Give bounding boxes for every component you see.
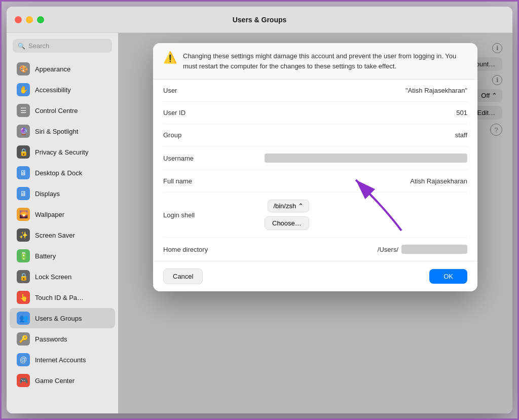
fullname-row: Full name (163, 170, 467, 193)
sidebar-label-appearance: Appearance (35, 65, 70, 73)
dialog-scroll[interactable]: ⚠️ Changing these settings might damage … (153, 43, 477, 261)
sidebar-icon-wallpaper: 🌄 (17, 208, 30, 221)
home-dir-label: Home directory (163, 246, 265, 253)
sidebar-item-control-centre[interactable]: ☰Control Centre (10, 100, 115, 121)
sidebar-label-passwords: Passwords (35, 335, 67, 343)
sidebar-item-touch-id[interactable]: 👆Touch ID & Pa… (10, 287, 115, 308)
main-window: Users & Groups 🔍 Search 🎨Appearance✋Acce… (7, 7, 512, 413)
username-value (265, 154, 467, 163)
sidebar-icon-passwords: 🔑 (17, 332, 30, 346)
minimize-button[interactable] (26, 16, 33, 23)
maximize-button[interactable] (37, 16, 44, 23)
sidebar-item-users-groups[interactable]: 👥Users & Groups (10, 308, 115, 328)
login-shell-row: Login shell /bin/zsh ⌃ Choose… (163, 193, 467, 238)
window-controls (15, 16, 44, 23)
sidebar-item-appearance[interactable]: 🎨Appearance (10, 59, 115, 79)
search-bar[interactable]: 🔍 Search (13, 39, 112, 53)
dialog: ⚠️ Changing these settings might damage … (153, 43, 477, 291)
dialog-overlay: ⚠️ Changing these settings might damage … (118, 33, 512, 413)
shell-selector[interactable]: /bin/zsh ⌃ (268, 200, 309, 212)
group-value: staff (265, 131, 467, 139)
user-row: User "Atish Rajasekharan" (163, 80, 467, 102)
login-shell-label: Login shell (163, 211, 265, 219)
sidebar-item-privacy-security[interactable]: 🔒Privacy & Security (10, 142, 115, 162)
sidebar-item-siri-spotlight[interactable]: 🔮Siri & Spotlight (10, 121, 115, 141)
title-bar: Users & Groups (7, 7, 512, 33)
sidebar-item-battery[interactable]: 🔋Battery (10, 246, 115, 266)
sidebar-label-privacy-security: Privacy & Security (35, 148, 88, 156)
content-area: 🔍 Search 🎨Appearance✋Accessibility☰Contr… (7, 33, 512, 413)
sidebar-item-lock-screen[interactable]: 🔒Lock Screen (10, 266, 115, 287)
dialog-footer: Cancel OK (153, 261, 477, 291)
home-dir-row: Home directory /Users/ (163, 238, 467, 261)
sidebar-label-desktop-dock: Desktop & Dock (35, 169, 82, 177)
sidebar-item-screen-saver[interactable]: ✨Screen Saver (10, 225, 115, 245)
sidebar-label-accessibility: Accessibility (35, 86, 71, 94)
sidebar-label-wallpaper: Wallpaper (35, 211, 64, 218)
form-section: User "Atish Rajasekharan" User ID 501 Gr… (153, 80, 477, 261)
sidebar-label-displays: Displays (35, 190, 60, 198)
sidebar-icon-users-groups: 👥 (17, 312, 30, 325)
sidebar-label-lock-screen: Lock Screen (35, 273, 71, 281)
sidebar: 🔍 Search 🎨Appearance✋Accessibility☰Contr… (7, 33, 118, 413)
sidebar-item-wallpaper[interactable]: 🌄Wallpaper (10, 204, 115, 224)
user-id-value: 501 (265, 109, 467, 117)
sidebar-label-battery: Battery (35, 252, 56, 260)
home-dir-prefix: /Users/ (378, 246, 398, 253)
group-label: Group (163, 131, 265, 139)
cancel-button[interactable]: Cancel (163, 269, 203, 284)
user-id-label: User ID (163, 109, 265, 117)
group-row: Group staff (163, 124, 467, 146)
user-id-row: User ID 501 (163, 102, 467, 124)
sidebar-label-internet-accounts: Internet Accounts (35, 356, 86, 364)
warning-icon: ⚠️ (163, 51, 177, 64)
ok-button[interactable]: OK (429, 269, 467, 284)
sidebar-item-displays[interactable]: 🖥Displays (10, 183, 115, 204)
search-icon: 🔍 (18, 43, 25, 50)
shell-controls: /bin/zsh ⌃ Choose… (265, 200, 309, 230)
sidebar-icon-desktop-dock: 🖥 (17, 166, 30, 179)
sidebar-item-game-center[interactable]: 🎮Game Center (10, 370, 115, 391)
home-dir-value (401, 245, 467, 254)
sidebar-icon-internet-accounts: @ (17, 353, 30, 366)
sidebar-items-container: 🎨Appearance✋Accessibility☰Control Centre… (7, 59, 118, 391)
sidebar-icon-game-center: 🎮 (17, 374, 30, 387)
sidebar-label-control-centre: Control Centre (35, 107, 78, 114)
user-label: User (163, 87, 265, 94)
sidebar-label-screen-saver: Screen Saver (35, 232, 75, 239)
sidebar-item-accessibility[interactable]: ✋Accessibility (10, 80, 115, 100)
choose-button[interactable]: Choose… (265, 216, 309, 230)
fullname-label: Full name (163, 177, 265, 185)
sidebar-label-siri-spotlight: Siri & Spotlight (35, 128, 78, 135)
sidebar-icon-accessibility: ✋ (17, 83, 30, 96)
sidebar-label-users-groups: Users & Groups (35, 315, 82, 322)
sidebar-item-internet-accounts[interactable]: @Internet Accounts (10, 350, 115, 370)
sidebar-item-passwords[interactable]: 🔑Passwords (10, 329, 115, 349)
sidebar-icon-screen-saver: ✨ (17, 228, 30, 242)
username-label: Username (163, 155, 265, 162)
user-value: "Atish Rajasekharan" (265, 87, 467, 94)
sidebar-icon-displays: 🖥 (17, 187, 30, 200)
sidebar-label-touch-id: Touch ID & Pa… (35, 294, 84, 301)
search-placeholder: Search (28, 42, 49, 50)
main-panel: ℹ Add Account… ℹ Off ⌃ Edit… ? (118, 33, 512, 413)
sidebar-icon-control-centre: ☰ (17, 104, 30, 117)
sidebar-icon-lock-screen: 🔒 (17, 270, 30, 283)
sidebar-item-desktop-dock[interactable]: 🖥Desktop & Dock (10, 163, 115, 183)
warning-banner: ⚠️ Changing these settings might damage … (153, 43, 477, 80)
warning-text: Changing these settings might damage thi… (183, 51, 467, 71)
sidebar-icon-touch-id: 👆 (17, 291, 30, 304)
fullname-input[interactable] (265, 177, 467, 185)
username-row: Username (163, 146, 467, 170)
sidebar-icon-appearance: 🎨 (17, 62, 30, 75)
sidebar-icon-privacy-security: 🔒 (17, 145, 30, 159)
sidebar-icon-battery: 🔋 (17, 249, 30, 262)
window-title: Users & Groups (233, 16, 287, 24)
close-button[interactable] (15, 16, 22, 23)
sidebar-icon-siri-spotlight: 🔮 (17, 125, 30, 138)
sidebar-label-game-center: Game Center (35, 377, 75, 385)
